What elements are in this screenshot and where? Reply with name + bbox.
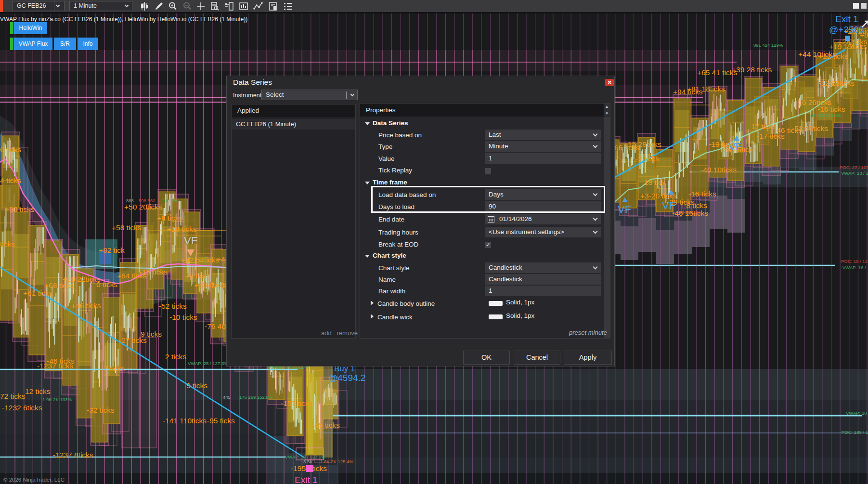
svg-text:POC: 18 / 128: POC: 18 / 128	[841, 259, 868, 264]
svg-text:+50 20ticks: +50 20ticks	[124, 203, 162, 211]
svg-text:VWAP: 28 / 104.3: VWAP: 28 / 104.3	[846, 410, 868, 416]
svg-text:+68 ticks: +68 ticks	[44, 281, 74, 289]
svg-text:+65 41 ticks: +65 41 ticks	[697, 68, 737, 77]
svg-text:+6 ticks: +6 ticks	[185, 272, 210, 280]
svg-text:POC: 188 / 173.3: POC: 188 / 173.3	[842, 430, 868, 435]
svg-text:18 tick: 18 tick	[644, 178, 666, 186]
svg-text:+8 ticks: +8 ticks	[157, 214, 182, 222]
svg-text:+30 ticks: +30 ticks	[5, 205, 35, 213]
svg-text:VF: VF	[618, 203, 631, 215]
svg-text:-32 ticks: -32 ticks	[87, 406, 115, 414]
svg-text:-12 23ticks: -12 23ticks	[818, 79, 855, 87]
svg-text:445: 445	[223, 394, 231, 400]
svg-text:VWAP: 25 / 127.3%: VWAP: 25 / 127.3%	[188, 361, 228, 366]
svg-text:@+3500: @+3500	[829, 25, 864, 35]
svg-text:-141 110ticks: -141 110ticks	[163, 417, 207, 425]
svg-text:-45 ticks: -45 ticks	[312, 421, 340, 429]
svg-text:92 103.3%: 92 103.3%	[679, 209, 701, 215]
svg-text:+82 tick: +82 tick	[99, 246, 125, 254]
svg-text:-1237 8ticks: -1237 8ticks	[53, 451, 93, 459]
svg-text:-1232 6ticks: -1232 6ticks	[2, 404, 42, 412]
svg-text:-52 45ticks: -52 45ticks	[792, 124, 828, 132]
svg-text:0 ticks: 0 ticks	[96, 280, 117, 288]
svg-text:9 ticks: 9 ticks	[141, 330, 162, 338]
svg-text:Exit 1: Exit 1	[835, 14, 858, 24]
svg-text:@4594.2: @4594.2	[328, 373, 365, 383]
svg-text:VF: VF	[662, 199, 675, 211]
svg-text:+46 ticks: +46 ticks	[71, 301, 101, 310]
svg-text:17 ticks: 17 ticks	[751, 122, 777, 131]
svg-text:6 ticks: 6 ticks	[0, 145, 21, 154]
svg-text:+58 ticks: +58 ticks	[112, 223, 142, 232]
svg-text:-1237 ticks: -1237 ticks	[37, 362, 73, 370]
svg-text:Exit 1: Exit 1	[295, 475, 318, 484]
svg-text:+81 18ticks: +81 18ticks	[687, 85, 725, 93]
svg-text:-95 ticks: -95 ticks	[207, 417, 235, 425]
svg-text:-7 ticks: -7 ticks	[101, 365, 125, 373]
svg-text:-16 ticks: -16 ticks	[688, 190, 716, 198]
svg-text:141.1%: 141.1%	[163, 198, 179, 203]
svg-text:VWAP: 16 / 128.3: VWAP: 16 / 128.3	[842, 265, 868, 270]
svg-text:72 ticks: 72 ticks	[0, 392, 26, 400]
svg-text:4 ticks: 4 ticks	[0, 176, 21, 184]
svg-text:-10 ticks: -10 ticks	[169, 313, 197, 321]
svg-text:891 424 129%: 891 424 129%	[753, 42, 783, 48]
svg-text:508 560: 508 560	[139, 198, 155, 203]
svg-text:3.5K: 3.5K	[303, 459, 313, 464]
svg-text:+61 ticks: +61 ticks	[23, 289, 53, 297]
svg-text:VF: VF	[728, 141, 742, 153]
svg-text:2 ticks: 2 ticks	[165, 353, 186, 361]
svg-text:-2 ticks: -2 ticks	[635, 155, 659, 163]
svg-text:© 2026 NinjaTrader, LLC: © 2026 NinjaTrader, LLC	[3, 477, 65, 483]
svg-text:VWAP: 23 / 109.3: VWAP: 23 / 109.3	[841, 170, 868, 176]
svg-text:99 142 143.4%: 99 142 143.4%	[810, 113, 841, 118]
svg-text:-8 ticks: -8 ticks	[684, 201, 707, 209]
svg-text:-1.9K 2K 103%: -1.9K 2K 103%	[41, 397, 72, 402]
svg-text:-52 ticks: -52 ticks	[159, 302, 187, 310]
svg-text:-15 ticks: -15 ticks	[140, 268, 168, 276]
svg-text:VWAP: 17 / 123.1%: VWAP: 17 / 123.1%	[285, 454, 325, 459]
svg-text:+39 28 ticks: +39 28 ticks	[732, 65, 772, 74]
svg-text:12 ticks: 12 ticks	[25, 387, 51, 395]
svg-text:VF: VF	[184, 235, 197, 247]
svg-text:+18 ticks: +18 ticks	[167, 225, 197, 233]
svg-text:-16 26ticks: -16 26ticks	[795, 98, 831, 106]
svg-text:+15 28ticks: +15 28ticks	[623, 140, 661, 148]
svg-text:176 269 152.8%: 176 269 152.8%	[239, 394, 273, 400]
svg-text:1.6K 2K 125.4%: 1.6K 2K 125.4%	[320, 459, 353, 464]
svg-text:-9 ticks: -9 ticks	[184, 381, 207, 390]
svg-text:+12 ticks: +12 ticks	[818, 52, 848, 60]
svg-text:-40 10ticks: -40 10ticks	[700, 166, 737, 174]
svg-text:ticks: ticks	[0, 240, 15, 248]
svg-text:-157 ticks: -157 ticks	[281, 399, 313, 407]
svg-text:POC: 27 / 107: POC: 27 / 107	[840, 165, 868, 170]
svg-text:+32 54ticks: +32 54ticks	[181, 256, 219, 264]
svg-text:888: 888	[126, 198, 134, 203]
